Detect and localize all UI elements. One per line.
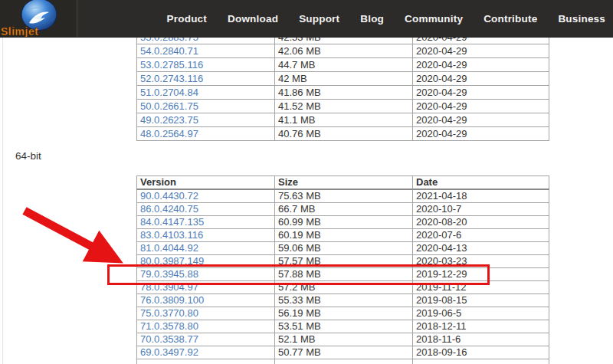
version-cell: 71.0.3578.80 [137,320,275,333]
version-link[interactable]: 52.0.2743.116 [140,73,203,84]
date-cell: 2021-04-18 [413,189,549,203]
size-cell: 42.06 MB [275,44,413,58]
version-link[interactable]: 75.0.3770.80 [140,307,198,319]
size-cell: 56.19 MB [275,307,413,320]
version-link[interactable]: 84.0.4147.135 [140,216,204,228]
size-cell: 52.1 MB [275,333,413,346]
version-link[interactable]: 71.0.3578.80 [140,320,198,332]
nav-item-contribute[interactable]: Contribute [484,13,537,25]
size-cell: 40.76 MB [275,127,413,141]
version-cell: 81.0.4044.92 [137,242,275,255]
version-link[interactable]: 69.0.3497.92 [140,346,198,358]
table-row [137,359,549,364]
date-cell: 2019-06-5 [413,307,549,320]
size-cell: 66.7 MB [275,203,413,216]
table-row: 52.0.2743.11642 MB2020-04-29 [137,72,549,86]
size-cell: 50.77 MB [275,346,413,359]
size-cell: 42 MB [275,72,413,86]
version-link[interactable]: 50.0.2661.75 [140,100,198,112]
section-label-64bit: 64-bit [15,150,41,162]
size-cell: 59.06 MB [275,242,413,255]
table-row: 54.0.2840.7142.06 MB2020-04-29 [137,44,549,58]
version-link[interactable]: 51.0.2704.84 [140,87,198,98]
version-link[interactable]: 54.0.2840.71 [140,45,198,57]
brand-logo[interactable]: Slimjet [0,0,77,37]
table-header-row: Version Size Date [137,176,549,190]
version-link[interactable]: 49.0.2623.75 [140,114,198,126]
table-row: 49.0.2623.7541.1 MB2020-04-29 [137,113,549,127]
size-cell: 60.99 MB [275,216,413,229]
date-cell: 2018-09-16 [413,346,549,359]
version-cell: 75.0.3770.80 [137,307,275,320]
version-link[interactable]: 48.0.2564.97 [140,128,198,139]
version-link[interactable]: 53.0.2785.116 [140,59,203,71]
nav-menu: Product Download Support Blog Community … [77,0,613,37]
size-cell: 75.63 MB [275,189,413,203]
table-row: 50.0.2661.7541.52 MB2020-04-29 [137,100,549,113]
column-header-version: Version [137,176,275,190]
top-navbar: Slimjet Product Download Support Blog Co… [0,0,613,38]
size-cell: 41.1 MB [275,113,413,127]
table-row: 90.0.4430.7275.63 MB2021-04-18 [137,189,549,203]
version-cell: 83.0.4103.116 [137,229,275,242]
date-cell: 2020-04-29 [413,58,549,72]
version-cell: 86.0.4240.75 [137,203,275,216]
version-link[interactable]: 86.0.4240.75 [140,203,198,215]
version-link[interactable]: 70.0.3538.77 [140,333,198,345]
date-cell: 2020-10-7 [413,203,549,216]
table-row: 81.0.4044.9259.06 MB2020-04-13 [137,242,549,255]
version-link[interactable]: 83.0.4103.116 [140,229,203,241]
table-row: 86.0.4240.7566.7 MB2020-10-7 [137,203,549,216]
brand-name: Slimjet [1,25,38,37]
empty-cell [275,359,413,364]
version-cell: 90.0.4430.72 [137,189,275,203]
nav-item-community[interactable]: Community [405,13,463,25]
version-link[interactable]: 81.0.4044.92 [140,242,198,254]
table-32bit: 55.0.2883.7542.53 MB2020-04-2954.0.2840.… [136,30,549,141]
annotation-arrow [14,186,140,274]
size-cell: 55.33 MB [275,294,413,307]
version-cell: 48.0.2564.97 [137,127,275,141]
empty-cell [137,359,275,364]
nav-item-blog[interactable]: Blog [360,13,384,25]
table-row: 75.0.3770.8056.19 MB2019-06-5 [137,307,549,320]
date-cell: 2020-04-29 [413,113,549,127]
table-row: 83.0.4103.11660.19 MB2020-07-6 [137,229,549,242]
size-cell: 44.7 MB [275,58,413,72]
page: 55.0.2883.7542.53 MB2020-04-2954.0.2840.… [0,0,613,364]
size-cell: 41.86 MB [275,86,413,100]
nav-item-business[interactable]: Business [558,13,605,25]
version-cell: 84.0.4147.135 [137,216,275,229]
table-row: 69.0.3497.9250.77 MB2018-09-16 [137,346,549,359]
date-cell: 2020-04-29 [413,100,549,113]
table-row: 48.0.2564.9740.76 MB2020-04-29 [137,127,549,141]
table-row: 53.0.2785.11644.7 MB2020-04-29 [137,58,549,72]
empty-cell [413,359,549,364]
version-link[interactable]: 76.0.3809.100 [140,294,204,306]
version-cell: 76.0.3809.100 [137,294,275,307]
date-cell: 2020-04-29 [413,127,549,141]
date-cell: 2020-04-29 [413,72,549,86]
date-cell: 2018-11-6 [413,333,549,346]
nav-item-product[interactable]: Product [167,13,207,25]
date-cell: 2020-04-29 [413,44,549,58]
column-header-size: Size [275,176,413,190]
table-row: 84.0.4147.13560.99 MB2020-08-20 [137,216,549,229]
nav-item-download[interactable]: Download [228,13,278,25]
table-row: 71.0.3578.8053.51 MB2018-12-11 [137,320,549,333]
highlight-box [107,264,490,285]
version-cell: 70.0.3538.77 [137,333,275,346]
date-cell: 2020-08-20 [413,216,549,229]
size-cell: 41.52 MB [275,100,413,113]
date-cell: 2019-08-15 [413,294,549,307]
nav-item-support[interactable]: Support [299,13,339,25]
version-cell: 52.0.2743.116 [137,72,275,86]
date-cell: 2018-12-11 [413,320,549,333]
version-cell: 69.0.3497.92 [137,346,275,359]
version-cell: 49.0.2623.75 [137,113,275,127]
size-cell: 60.19 MB [275,229,413,242]
version-cell: 53.0.2785.116 [137,58,275,72]
size-cell: 53.51 MB [275,320,413,333]
version-link[interactable]: 90.0.4430.72 [140,190,198,202]
column-header-date: Date [413,176,549,190]
